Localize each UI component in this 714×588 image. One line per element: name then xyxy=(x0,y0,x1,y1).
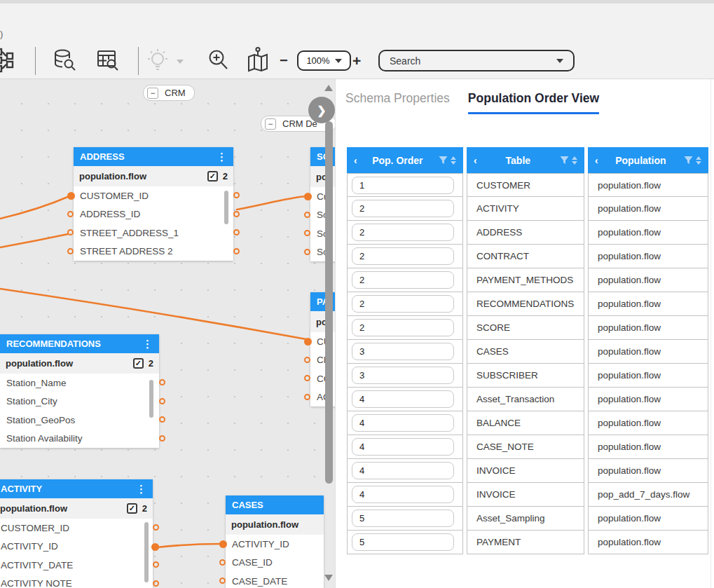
collapse-group-button[interactable]: − xyxy=(147,88,158,99)
pop-order-input[interactable]: 5 xyxy=(352,533,454,551)
pop-order-input[interactable]: 5 xyxy=(352,510,454,527)
search-dropdown[interactable]: Search xyxy=(378,50,575,71)
connection-port-left[interactable] xyxy=(219,577,226,584)
flow-checkbox[interactable]: ✓ xyxy=(133,358,144,369)
connection-port-right[interactable] xyxy=(153,561,159,568)
kebab-menu-icon[interactable]: ⋮ xyxy=(142,339,153,349)
connection-port-left[interactable] xyxy=(304,193,312,200)
pop-order-input[interactable]: 2 xyxy=(352,295,454,313)
pop-order-input[interactable]: 2 xyxy=(352,271,454,289)
connection-port-right[interactable] xyxy=(159,416,165,423)
connection-port-right[interactable] xyxy=(233,211,240,217)
connection-port-right[interactable] xyxy=(233,192,240,198)
pop-order-input[interactable]: 2 xyxy=(352,319,454,336)
connection-port-left[interactable] xyxy=(304,357,310,363)
entity-field-row[interactable]: Station_Name xyxy=(0,374,159,392)
entity-field-row[interactable]: CASE_DATE xyxy=(226,572,324,588)
sort-icon[interactable] xyxy=(696,156,701,165)
connection-port-left[interactable] xyxy=(304,249,310,255)
pop-order-input[interactable]: 4 xyxy=(352,390,454,408)
bulb-dropdown-caret[interactable] xyxy=(177,60,184,64)
entity-scrollbar[interactable] xyxy=(144,522,149,582)
entity-address[interactable]: ADDRESS⋮ population.flow✓2 CUSTOMER_IDAD… xyxy=(74,147,233,261)
kebab-menu-icon[interactable]: ⋮ xyxy=(136,484,146,494)
connection-port-left[interactable] xyxy=(67,229,74,235)
group-badge-crm[interactable]: − CRM xyxy=(143,85,195,101)
entity-field-row[interactable]: ACTIVITY_ID xyxy=(226,535,324,554)
filter-icon[interactable] xyxy=(683,155,694,165)
canvas-vertical-scrollbar[interactable] xyxy=(325,121,333,484)
kebab-menu-icon[interactable]: ⋮ xyxy=(217,151,227,162)
connection-port-left[interactable] xyxy=(304,212,310,218)
sort-icon[interactable] xyxy=(451,156,456,165)
pop-order-input[interactable]: 2 xyxy=(352,247,454,265)
entity-field-row[interactable]: ACTIVITY_DATE xyxy=(0,556,153,575)
connection-port-left[interactable] xyxy=(304,394,310,400)
entity-field-row[interactable]: ACTIVITY_ID xyxy=(0,538,153,556)
connection-port-right[interactable] xyxy=(233,229,240,235)
pop-order-input[interactable]: 1 xyxy=(352,177,454,194)
pop-order-input[interactable]: 4 xyxy=(352,462,454,479)
connection-port-right[interactable] xyxy=(151,543,159,551)
filter-icon[interactable] xyxy=(559,155,570,165)
zoom-in-icon[interactable] xyxy=(205,44,233,76)
scroll-up-arrow[interactable] xyxy=(324,85,333,91)
collapse-column-icon[interactable]: ‹ xyxy=(354,155,357,166)
entity-field-row[interactable]: CUSTOMER_ID xyxy=(74,186,233,205)
connection-port-right[interactable] xyxy=(159,379,165,385)
collapse-column-icon[interactable]: ‹ xyxy=(474,155,477,166)
connection-port-left[interactable] xyxy=(67,211,74,217)
entity-scrollbar[interactable] xyxy=(149,380,153,418)
zoom-in-button[interactable]: + xyxy=(352,53,361,69)
connection-port-left[interactable] xyxy=(219,559,226,566)
schema-flow-icon[interactable] xyxy=(0,44,18,76)
entity-field-row[interactable]: ADDRESS_ID xyxy=(74,205,233,224)
sort-icon[interactable] xyxy=(572,156,577,165)
connection-port-right[interactable] xyxy=(153,580,159,587)
connection-port-right[interactable] xyxy=(153,524,159,531)
scroll-down-arrow[interactable] xyxy=(324,575,333,581)
schema-diagram-canvas[interactable]: − CRM − CRM De ADDRESS⋮ population.flow✓… xyxy=(0,79,335,588)
collapse-column-icon[interactable]: ‹ xyxy=(595,155,598,166)
entity-field-row[interactable]: STREET_ADDRESS_1 xyxy=(74,224,233,242)
entity-recommendations[interactable]: RECOMMENDATIONS⋮ population.flow✓2 Stati… xyxy=(0,334,159,448)
pop-order-input[interactable]: 3 xyxy=(352,367,454,384)
suggestions-bulb-icon[interactable] xyxy=(144,44,172,76)
connection-port-left[interactable] xyxy=(304,230,310,236)
flow-checkbox[interactable]: ✓ xyxy=(207,171,218,182)
connection-port-left[interactable] xyxy=(304,375,310,381)
collapse-group-button[interactable]: − xyxy=(265,118,276,130)
entity-field-row[interactable]: ACTIVITY NOTE xyxy=(0,575,153,588)
pop-order-input[interactable]: 2 xyxy=(352,200,454,217)
pop-order-input[interactable]: 4 xyxy=(352,414,454,432)
pop-order-input[interactable]: 2 xyxy=(352,224,454,241)
connection-port-right[interactable] xyxy=(159,398,165,404)
tab-schema-properties[interactable]: Schema Properties xyxy=(345,91,450,114)
entity-field-row[interactable]: Station Availability xyxy=(0,430,159,449)
connection-port-left[interactable] xyxy=(219,540,227,548)
connection-port-left[interactable] xyxy=(67,248,74,254)
pop-order-input[interactable]: 4 xyxy=(352,438,454,456)
connection-port-left[interactable] xyxy=(67,192,75,200)
tab-population-order-view[interactable]: Population Order View xyxy=(468,91,599,114)
entity-activity[interactable]: ACTIVITY⋮ population.flow✓2 CUSTOMER_IDA… xyxy=(0,479,153,588)
entity-field-row[interactable]: Station_City xyxy=(0,392,159,411)
flow-checkbox[interactable]: ✓ xyxy=(127,503,137,514)
entity-scrollbar[interactable] xyxy=(224,191,228,224)
database-search-icon[interactable] xyxy=(50,44,78,76)
map-overview-icon[interactable] xyxy=(244,44,272,76)
pop-order-input[interactable]: 4 xyxy=(352,486,454,503)
zoom-out-button[interactable]: − xyxy=(280,53,288,69)
panel-expand-chevron[interactable]: ❯ xyxy=(308,97,335,123)
filter-icon[interactable] xyxy=(438,155,448,165)
entity-field-row[interactable]: STREET ADDRESS 2 xyxy=(74,242,233,261)
pop-order-input[interactable]: 3 xyxy=(352,343,454,360)
entity-field-row[interactable]: CUSTOMER_ID xyxy=(0,519,153,538)
table-search-icon[interactable] xyxy=(94,44,122,76)
connection-port-right[interactable] xyxy=(233,248,240,254)
entity-field-row[interactable]: Station_GeoPos xyxy=(0,411,159,430)
entity-field-row[interactable]: CASE_ID xyxy=(226,554,324,573)
zoom-level-dropdown[interactable]: 100% xyxy=(297,50,351,71)
connection-port-left[interactable] xyxy=(304,338,312,346)
entity-cases[interactable]: CASES population.flow ACTIVITY_IDCASE_ID… xyxy=(226,495,324,588)
